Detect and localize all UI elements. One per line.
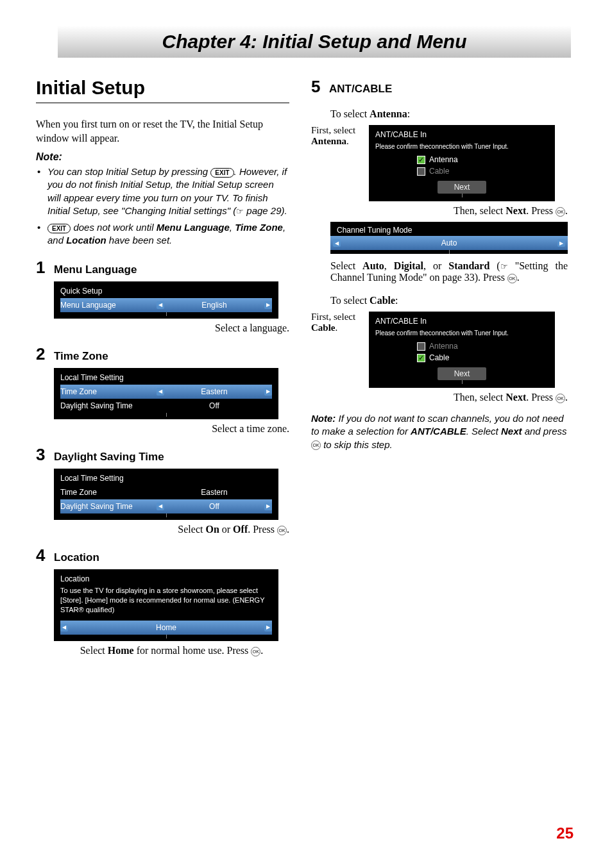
arrow-right-icon[interactable]: ▶	[264, 301, 272, 309]
osd-row-value: Off	[209, 401, 219, 410]
arrow-right-icon[interactable]: ▶	[264, 503, 272, 510]
step-caption: Select Home for normal home use. Press O…	[54, 645, 289, 656]
note-bottom: Note: If you do not want to scan channel…	[311, 412, 568, 451]
arrow-right-icon[interactable]: ▶	[264, 624, 272, 631]
note-text: Menu Language	[157, 222, 230, 233]
step-number: 3	[36, 445, 54, 465]
step-2: 2 Time Zone	[36, 344, 289, 364]
chapter-header: Chapter 4: Initial Setup and Menu	[58, 26, 571, 58]
arrow-left-icon[interactable]: ◀	[157, 503, 164, 510]
hand-icon: ☞	[236, 206, 244, 217]
exit-icon: EXIT	[47, 224, 71, 233]
note-label: Note:	[36, 151, 289, 163]
osd-title: Location	[60, 574, 272, 583]
note-text: You can stop Initial Setup by pressing	[47, 166, 210, 177]
osd-row-value: Home	[156, 623, 176, 632]
osd-title: Quick Setup	[60, 287, 272, 296]
step-number: 1	[36, 258, 54, 278]
option-cable[interactable]: Cable	[417, 167, 548, 176]
osd-row-dst[interactable]: Daylight Saving Time Off	[60, 399, 272, 413]
side-label-cable: First, select Cable.	[311, 312, 369, 333]
note-text: have been set.	[106, 235, 173, 246]
note-text: ,	[230, 222, 235, 233]
osd-row-menu-language[interactable]: Menu Language ◀ English ▶	[60, 298, 272, 312]
option-cable[interactable]: ✓ Cable	[417, 353, 548, 362]
step-caption: Select a language.	[54, 322, 289, 334]
osd-row-label: Time Zone	[60, 488, 157, 497]
step-title: Daylight Saving Time	[54, 451, 164, 463]
osd-antcable-antenna: ANT/CABLE In Please confirm theconnectio…	[369, 125, 555, 201]
chapter-title: Chapter 4: Initial Setup and Menu	[162, 31, 466, 53]
ok-icon: OK	[251, 647, 260, 656]
osd-row-value: English	[201, 301, 226, 310]
option-antenna[interactable]: ✓ Antenna	[417, 155, 548, 164]
to-select-antenna: To select Antenna:	[330, 108, 568, 120]
osd-row-label: Daylight Saving Time	[60, 401, 157, 410]
arrow-right-icon[interactable]: ▶	[557, 239, 565, 247]
side-label-antenna: First, select Antenna.	[311, 125, 369, 147]
note-text: page 29).	[244, 205, 287, 216]
osd-title: ANT/CABLE In	[375, 130, 548, 139]
note-text: Time Zone	[235, 222, 283, 233]
osd-row-time-zone[interactable]: Time Zone ◀ Eastern ▶	[60, 385, 272, 399]
step-number: 4	[36, 546, 54, 565]
osd-row-time-zone[interactable]: Time Zone Eastern	[60, 485, 272, 499]
step-1: 1 Menu Language	[36, 258, 289, 278]
checkbox-unchecked-icon	[417, 167, 425, 176]
osd-row-value: Off	[209, 502, 219, 511]
option-label: Antenna	[429, 342, 458, 351]
note-text: does not work until	[73, 222, 156, 233]
osd-title: Local Time Setting	[60, 373, 272, 382]
osd-row-tuning-mode[interactable]: ◀ Auto ▶	[330, 236, 568, 250]
osd-channel-tuning: Channel Tuning Mode ◀ Auto ▶	[330, 222, 568, 254]
arrow-right-icon[interactable]: ▶	[264, 388, 272, 396]
step-caption: Select On or Off. Press OK.	[54, 524, 289, 535]
osd-row-location[interactable]: ◀ Home ▶	[60, 621, 272, 635]
arrow-left-icon[interactable]: ◀	[60, 624, 68, 631]
step-number: 5	[311, 77, 329, 97]
osd-antcable-cable: ANT/CABLE In Please confirm theconnectio…	[369, 312, 555, 388]
section-heading: Initial Setup	[36, 77, 289, 103]
checkbox-unchecked-icon	[417, 342, 425, 351]
then-select-next: Then, select Next. Press OK.	[311, 205, 568, 217]
hand-icon: ☞	[500, 262, 508, 272]
step-title: Location	[54, 551, 99, 564]
checkbox-checked-icon: ✓	[417, 354, 425, 362]
osd-row-label: Daylight Saving Time	[60, 502, 157, 511]
osd-title: Channel Tuning Mode	[330, 222, 568, 236]
next-button[interactable]: Next	[438, 367, 487, 380]
ok-icon: OK	[507, 274, 517, 283]
note-item: EXIT does not work until Menu Language, …	[36, 221, 289, 247]
next-button[interactable]: Next	[438, 181, 487, 194]
osd-row-label: Time Zone	[60, 387, 157, 396]
intro-text: When you first turn on or reset the TV, …	[36, 117, 289, 145]
checkbox-checked-icon: ✓	[417, 156, 425, 164]
note-item: You can stop Initial Setup by pressing E…	[36, 165, 289, 217]
osd-row-value: Auto	[330, 238, 568, 247]
osd-subtitle: Please confirm theconnection with Tuner …	[375, 330, 548, 337]
arrow-left-icon[interactable]: ◀	[157, 301, 164, 309]
step-title: Menu Language	[54, 263, 137, 276]
arrow-left-icon[interactable]: ◀	[157, 388, 164, 396]
osd-local-time: Local Time Setting Time Zone ◀ Eastern ▶…	[54, 368, 278, 419]
osd-title: ANT/CABLE In	[375, 317, 548, 326]
step-4: 4 Location	[36, 546, 289, 565]
osd-row-dst[interactable]: Daylight Saving Time ◀ Off ▶	[60, 499, 272, 513]
arrow-left-icon[interactable]: ◀	[333, 239, 341, 247]
option-label: Cable	[429, 353, 449, 362]
osd-local-time: Local Time Setting Time Zone Eastern Day…	[54, 469, 278, 520]
option-label: Antenna	[429, 155, 458, 164]
osd-subtitle: Please confirm theconnection with Tuner …	[375, 143, 548, 150]
option-label: Cable	[429, 167, 449, 176]
exit-icon: EXIT	[210, 168, 234, 178]
option-antenna[interactable]: Antenna	[417, 342, 548, 351]
osd-row-value: Eastern	[201, 387, 227, 396]
osd-location-text: To use the TV for displaying in a store …	[60, 586, 272, 615]
osd-title: Local Time Setting	[60, 474, 272, 483]
osd-quick-setup: Quick Setup Menu Language ◀ English ▶	[54, 281, 278, 319]
osd-row-value: Eastern	[201, 488, 227, 497]
ok-icon: OK	[277, 526, 287, 535]
osd-location: Location To use the TV for displaying in…	[54, 569, 278, 641]
step-5: 5 ANT/CABLE	[311, 77, 568, 97]
step-caption: Select a time zone.	[54, 423, 289, 435]
